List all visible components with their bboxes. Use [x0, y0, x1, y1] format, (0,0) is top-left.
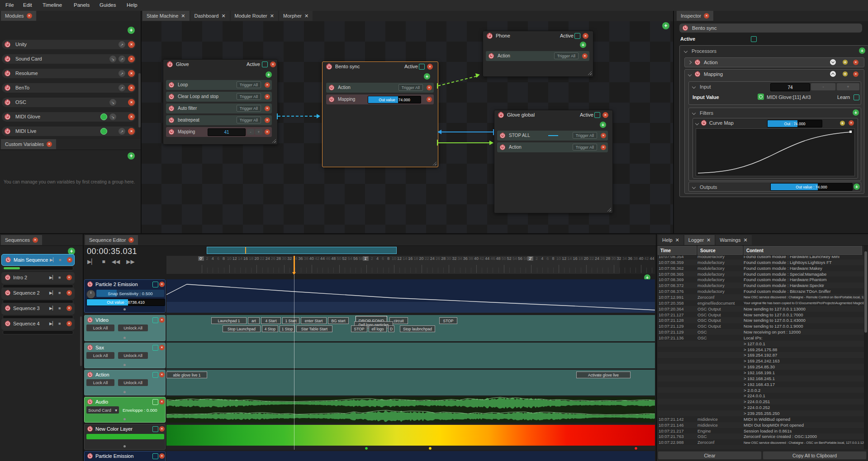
clear-button[interactable]: Clear — [658, 451, 762, 460]
close-icon[interactable]: ✕ — [159, 345, 165, 350]
close-icon[interactable]: ✕ — [265, 118, 270, 123]
collapse-dot[interactable] — [123, 337, 126, 339]
power-icon[interactable] — [169, 118, 174, 123]
gradient-marker[interactable] — [428, 447, 432, 450]
close-icon[interactable]: ✕ — [159, 399, 165, 405]
node-phone[interactable]: Phone Active ✕ + ActionTrigger All✕ — [483, 31, 593, 77]
trigger-able-glove-live-1[interactable]: able glove live 1 — [166, 372, 207, 378]
increment-button[interactable]: + — [255, 129, 262, 135]
power-icon[interactable] — [169, 82, 174, 88]
add-icon[interactable]: + — [843, 60, 848, 65]
close-icon[interactable]: ✕ — [601, 145, 606, 150]
power-icon[interactable] — [87, 372, 93, 377]
menu-item-help[interactable]: Help — [127, 2, 138, 8]
close-icon[interactable]: ✕ — [743, 237, 747, 243]
node-row-loop[interactable]: LoopTrigger All✕ — [166, 80, 272, 90]
module-row-midi-live[interactable]: MIDI Live↗✕ — [2, 127, 136, 136]
power-icon[interactable] — [5, 99, 10, 105]
inspector-target-bar[interactable]: Bento sync — [679, 24, 862, 33]
trigger-d[interactable]: D — [388, 325, 394, 332]
track-header-action[interactable]: Action ✕ Lock All Unlock All — [84, 370, 166, 395]
trigger-activate-glove-live[interactable]: Activate glove live — [576, 372, 631, 378]
power-icon[interactable] — [169, 129, 174, 135]
node-row-beatrepeat[interactable]: beatrepeatTrigger All✕ — [166, 115, 272, 125]
track-checkbox[interactable] — [152, 372, 158, 378]
tab-module-router[interactable]: Module Router✕ — [231, 11, 278, 21]
close-icon[interactable]: ✕ — [159, 453, 165, 459]
collapse-dot[interactable] — [123, 364, 126, 366]
close-icon[interactable]: ✕ — [427, 85, 432, 90]
active-checkbox[interactable] — [751, 36, 757, 42]
chevron-down-icon[interactable] — [692, 111, 696, 115]
decrement-button[interactable]: - — [247, 129, 254, 135]
collapse-dot[interactable] — [123, 391, 126, 393]
track-header-particleemission[interactable]: Particle Emission ✕ Snap Sensitivity : 0… — [84, 451, 166, 461]
power-icon[interactable] — [5, 114, 10, 120]
close-icon[interactable]: ✕ — [128, 99, 135, 106]
close-icon[interactable]: ✕ — [265, 129, 270, 135]
trigger-all-button[interactable]: Trigger All — [573, 132, 597, 139]
chevron-down-icon[interactable] — [695, 122, 699, 125]
close-icon[interactable]: ✕ — [128, 128, 135, 135]
chevron-down-icon[interactable] — [688, 73, 692, 76]
rewind-button[interactable]: ◀◀ — [112, 259, 120, 265]
close-icon[interactable]: ✕ — [270, 61, 276, 67]
close-icon[interactable]: ✕ — [265, 82, 270, 88]
trigger-bg-start[interactable]: BG start — [328, 317, 349, 324]
input-source-label[interactable]: MIDI Glove:[11] A#3 — [767, 94, 811, 100]
column-header-time[interactable]: Time — [658, 246, 697, 255]
connected-icon[interactable] — [100, 128, 107, 135]
add-processor-button[interactable]: + — [859, 47, 865, 54]
add-module-button[interactable]: + — [128, 27, 135, 34]
lane-particle2emission[interactable] — [166, 279, 655, 313]
menu-item-file[interactable]: File — [5, 2, 14, 8]
close-icon[interactable]: ✕ — [707, 237, 711, 243]
stop-button[interactable]: ■ — [58, 321, 61, 326]
close-icon[interactable]: ✕ — [270, 13, 274, 19]
power-icon[interactable] — [498, 112, 504, 118]
chevron-right-icon[interactable] — [688, 61, 692, 64]
resize-handle[interactable] — [587, 70, 592, 75]
power-icon[interactable] — [167, 61, 173, 67]
collapse-dot[interactable] — [123, 308, 126, 310]
close-icon[interactable]: ✕ — [159, 282, 165, 287]
trigger-art[interactable]: art — [248, 317, 260, 324]
trigger-stop[interactable]: STOP — [439, 317, 457, 324]
close-icon[interactable]: ✕ — [128, 113, 135, 120]
add-icon[interactable]: + — [843, 71, 848, 76]
close-icon[interactable]: ✕ — [67, 257, 72, 263]
node-row-auto-filter[interactable]: Auto filterTrigger All✕ — [166, 103, 272, 113]
lane-color-gradient[interactable] — [166, 424, 655, 450]
trigger-enter-start[interactable]: enter Start — [301, 317, 327, 324]
close-icon[interactable]: ✕ — [66, 290, 72, 296]
column-header-source[interactable]: Source — [697, 246, 743, 255]
color-preview[interactable] — [86, 434, 164, 439]
node-row-mapping[interactable]: Mapping Out value : 74.000 ✕ — [326, 94, 434, 104]
column-header-content[interactable]: Content — [744, 246, 862, 255]
menu-item-guides[interactable]: Guides — [100, 2, 116, 8]
chevron-down-icon[interactable] — [692, 85, 696, 89]
track-checkbox[interactable] — [152, 453, 158, 459]
power-icon[interactable] — [87, 345, 93, 350]
module-row-midi-glove[interactable]: MIDI Glove↘✕ — [2, 112, 136, 122]
fast-forward-button[interactable]: ▶▶ — [126, 259, 134, 265]
stop-button[interactable]: ■ — [58, 306, 61, 310]
detach-icon[interactable]: ↘ — [109, 56, 116, 62]
node-glove[interactable]: Glove Active ✕ + LoopTrigger All✕Clear L… — [163, 59, 278, 145]
track-checkbox[interactable] — [152, 282, 158, 287]
close-icon[interactable]: ✕ — [853, 71, 859, 77]
power-icon[interactable] — [329, 97, 334, 102]
detach-icon[interactable]: ↘ — [109, 113, 116, 120]
track-checkbox[interactable] — [152, 426, 158, 432]
sequence-item-main-sequence[interactable]: Main Sequence▶▏■✕ — [1, 254, 75, 266]
mapping-value[interactable]: 41 — [208, 128, 246, 136]
gradient-marker[interactable] — [365, 447, 368, 450]
play-button[interactable]: ▶▏ — [50, 258, 56, 262]
lane-particleemission[interactable] — [166, 451, 655, 461]
add-filter-button[interactable]: + — [853, 109, 859, 116]
active-checkbox[interactable] — [574, 33, 580, 39]
collapse-dot[interactable] — [123, 418, 126, 420]
snap-sensitivity-slider[interactable]: Snap Sensitivity : 0.500 — [96, 290, 164, 297]
menu-item-panels[interactable]: Panels — [74, 2, 90, 8]
active-checkbox[interactable] — [262, 61, 268, 67]
